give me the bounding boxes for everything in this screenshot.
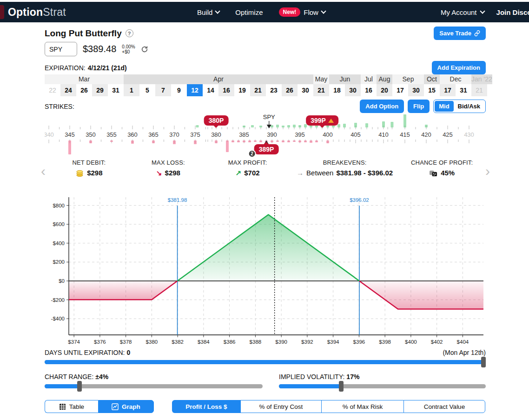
chart-range-label: CHART RANGE:±4%: [45, 373, 108, 380]
brand-logo-icon: [0, 5, 4, 19]
strike-badge-380p[interactable]: 380P: [204, 115, 229, 126]
days-slider-handle[interactable]: [481, 357, 486, 367]
days-until-expiration-label: DAYS UNTIL EXPIRATION:0: [45, 349, 130, 356]
implied-volatility-handle[interactable]: [339, 381, 344, 392]
svg-text:360: 360: [127, 131, 138, 138]
days-until-expiration-value: 0: [126, 349, 130, 356]
expiration-date[interactable]: 16: [218, 84, 234, 96]
expiration-date[interactable]: 15: [424, 84, 440, 96]
nav-optimize[interactable]: Optimize: [235, 8, 263, 16]
days-slider[interactable]: [45, 360, 486, 364]
page-title: Long Put Butterfly: [45, 28, 122, 39]
stat-net-debit: NET DEBIT:$298: [49, 159, 129, 177]
flip-button[interactable]: Flip: [408, 100, 430, 113]
expiration-date[interactable]: 29: [92, 84, 108, 96]
month-group: Jun1830: [329, 74, 361, 96]
svg-text:$374: $374: [68, 339, 80, 345]
expiration-date[interactable]: 5: [139, 84, 155, 96]
stats-prev-chevron-icon[interactable]: ‹: [41, 159, 49, 183]
month-label: Mar: [45, 74, 124, 84]
refresh-icon[interactable]: [141, 46, 148, 53]
svg-text:415: 415: [400, 131, 410, 138]
add-option-button[interactable]: Add Option: [360, 100, 404, 113]
price-change-amt: +$0: [122, 49, 135, 54]
bidask-toggle[interactable]: Bid/Ask: [454, 101, 484, 112]
toggle-graph[interactable]: Graph: [98, 400, 154, 413]
ticker-symbol-input[interactable]: [45, 42, 77, 56]
strike-badge-399p[interactable]: 399P: [306, 115, 338, 126]
svg-text:390: 390: [267, 131, 277, 138]
stat-value: $702: [244, 168, 259, 177]
expiration-date[interactable]: 23: [266, 84, 282, 96]
chart-range-slider[interactable]: [45, 384, 263, 388]
expiration-date[interactable]: 18: [329, 84, 345, 96]
breakeven-label: $396.02: [350, 197, 369, 203]
expiration-date[interactable]: 9: [171, 84, 187, 96]
svg-text:-$400: -$400: [51, 316, 65, 321]
coins-icon: [75, 169, 84, 177]
expiration-date[interactable]: 30: [408, 84, 424, 96]
expiration-date[interactable]: 7: [155, 84, 171, 96]
svg-text:345: 345: [65, 131, 75, 138]
stat-label: BREAKEVENS:: [287, 159, 402, 166]
svg-text:420: 420: [421, 131, 431, 138]
nav-flow[interactable]: New!Flow: [279, 7, 325, 17]
expiration-date[interactable]: 31: [456, 84, 471, 96]
stat-value: $298: [87, 168, 102, 177]
mid-toggle[interactable]: Mid: [435, 101, 453, 112]
expiration-date[interactable]: 30: [345, 84, 361, 96]
brand-logo[interactable]: OptionStrat: [8, 6, 66, 19]
expiration-date[interactable]: 21: [313, 84, 329, 96]
strike-badge-389p[interactable]: 389P2: [254, 144, 279, 154]
expiration-date[interactable]: 20: [377, 84, 392, 96]
expiration-date[interactable]: 14: [203, 84, 218, 96]
month-group: Mar2224262931: [45, 74, 124, 96]
toggle-profit-loss[interactable]: Profit / Loss $: [172, 400, 240, 413]
month-group: Jan '2221: [471, 74, 492, 96]
expiration-date[interactable]: 22: [45, 84, 60, 96]
expiration-date[interactable]: 21: [471, 84, 487, 96]
expiration-date[interactable]: 26: [282, 84, 298, 96]
month-label: Apr: [124, 74, 313, 84]
expiration-date-selected[interactable]: 12: [187, 84, 203, 96]
toggle-table[interactable]: Table: [45, 400, 98, 413]
toggle-label: % of Max Risk: [343, 403, 383, 410]
expiration-date[interactable]: 17: [392, 84, 408, 96]
profit-loss-chart[interactable]: $374$376$378$380$382$384$386$388$390$392…: [45, 192, 486, 349]
top-navbar: OptionStrat Build Optimize New!Flow My A…: [0, 2, 529, 22]
expiration-date[interactable]: 19: [234, 84, 250, 96]
svg-text:$400: $400: [405, 339, 417, 345]
expiration-date[interactable]: 16: [361, 84, 377, 96]
nav-join-discord[interactable]: Join Discord: [496, 8, 529, 16]
expiration-date[interactable]: 31: [108, 84, 124, 96]
month-label: Jan '22: [471, 74, 492, 84]
display-mode-toggle-group: Profit / Loss $% of Entry Cost% of Max R…: [172, 400, 485, 413]
month-label: Sep: [392, 74, 424, 84]
toggle-contract-value[interactable]: Contract Value: [403, 400, 485, 413]
expiration-label: EXPIRATION:4/12/21 (21d): [45, 64, 127, 72]
chart-range-handle[interactable]: [77, 381, 82, 392]
stat-value: 45%: [441, 168, 455, 177]
nav-my-account[interactable]: My Account: [441, 8, 484, 16]
toggle-of-entry-cost[interactable]: % of Entry Cost: [240, 400, 321, 413]
help-icon[interactable]: ?: [126, 29, 133, 37]
month-group: Aug20: [377, 74, 392, 96]
toggle-of-max-risk[interactable]: % of Max Risk: [321, 400, 403, 413]
arrow-down-red-icon: ↘: [156, 168, 162, 177]
expiration-date[interactable]: 17: [440, 84, 456, 96]
save-trade-button[interactable]: Save Trade: [434, 27, 486, 40]
add-expiration-button[interactable]: Add Expiration: [432, 61, 486, 74]
stats-next-chevron-icon[interactable]: ›: [482, 159, 490, 183]
expiration-date[interactable]: 26: [76, 84, 92, 96]
link-icon: [474, 30, 480, 36]
expiration-date[interactable]: 21: [250, 84, 266, 96]
expiration-date[interactable]: 30: [298, 84, 313, 96]
implied-volatility-slider[interactable]: [279, 384, 486, 388]
expiration-date[interactable]: 24: [60, 84, 76, 96]
nav-build[interactable]: Build: [197, 8, 219, 16]
svg-text:$394: $394: [327, 339, 339, 345]
strike-slider[interactable]: 3403453503553603653703753803853903954004…: [45, 114, 486, 159]
spy-price-marker-label: SPY: [263, 113, 275, 120]
expiration-date[interactable]: 1: [124, 84, 139, 96]
strike-badge-label: 389P: [259, 146, 274, 153]
